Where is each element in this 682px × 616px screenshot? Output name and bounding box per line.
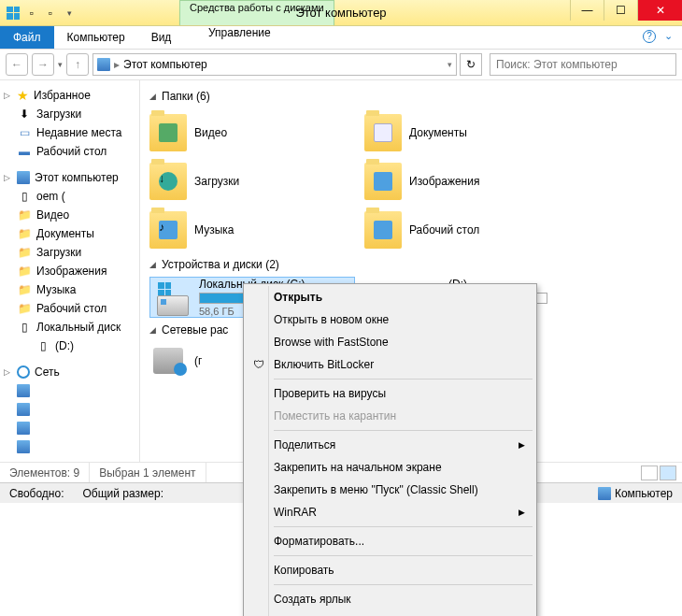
nav-history-dropdown[interactable]: ▾ [58, 60, 63, 69]
folder-documents[interactable]: Документы [364, 108, 579, 157]
help-icon[interactable]: ? [643, 30, 656, 43]
desktop-icon: ▬ [17, 144, 32, 159]
ctx-item-label: Закрепить в меню "Пуск" (Classic Shell) [274, 483, 478, 496]
ctx-item[interactable]: Закрепить на начальном экране [246, 456, 534, 479]
folder-icon [364, 211, 402, 249]
sidebar-thispc[interactable]: ▷Этот компьютер [0, 168, 139, 187]
folder-icon [149, 114, 187, 151]
sidebar-network[interactable]: ▷Сеть [0, 363, 139, 381]
drive-icon: ▯ [17, 320, 32, 335]
collapse-icon[interactable]: ◢ [149, 92, 156, 101]
minimize-button[interactable]: — [570, 0, 604, 21]
status-item-count: Элементов: 9 [0, 463, 90, 482]
breadcrumb[interactable]: Этот компьютер [123, 58, 207, 71]
ribbon-expand-icon[interactable]: ⌄ [664, 30, 673, 42]
ctx-item[interactable]: WinRAR▶ [246, 501, 534, 523]
sidebar-item-music[interactable]: 📁Музыка [0, 280, 139, 299]
address-bar[interactable]: ▸ Этот компьютер ▾ [92, 53, 457, 76]
ctx-item[interactable]: Открыть [246, 286, 534, 308]
ctx-item-label: Поместить на карантин [274, 409, 396, 423]
context-menu: ОткрытьОткрыть в новом окнеBrowse with F… [243, 283, 537, 616]
sidebar-net-item[interactable] [0, 419, 139, 437]
view-tiles-icon[interactable] [660, 466, 676, 480]
sidebar-net-item[interactable] [0, 437, 139, 456]
folder-icon: 📁 [17, 245, 32, 260]
sidebar-item-documents[interactable]: 📁Документы [0, 224, 139, 243]
ctx-item[interactable]: Копировать [246, 559, 534, 581]
tab-view[interactable]: Вид [138, 26, 185, 49]
section-drives[interactable]: ◢Устройства и диски (2) [149, 258, 673, 271]
qat-properties-icon[interactable]: ▫ [24, 6, 39, 21]
titlebar: ▫ ▫ ▾ Средства работы с дисками Этот ком… [0, 0, 682, 26]
folder-icon: 📁 [17, 301, 32, 316]
tab-computer[interactable]: Компьютер [54, 26, 138, 49]
ctx-item[interactable]: Открыть в новом окне [246, 308, 534, 331]
folder-icon [364, 163, 402, 200]
drive-icon: ▯ [17, 189, 32, 204]
ctx-item[interactable]: 🛡Включить BitLocker [246, 353, 534, 376]
sidebar-item-recent[interactable]: ▭Недавние места [0, 123, 139, 142]
ctx-item[interactable]: Проверить на вирусы [246, 382, 534, 405]
ctx-item[interactable]: Browse with FastStone [246, 331, 534, 353]
tab-manage[interactable]: Управление [195, 26, 284, 39]
sidebar-item-desktop[interactable]: ▬Рабочий стол [0, 142, 139, 161]
maximize-button[interactable]: ☐ [604, 0, 637, 21]
sidebar-item-downloads2[interactable]: 📁Загрузки [0, 243, 139, 262]
nav-forward-button[interactable]: → [32, 53, 54, 76]
ctx-item: Поместить на карантин [246, 405, 534, 427]
qat-dropdown-icon[interactable]: ▾ [62, 6, 77, 21]
folder-icon: ♪ [149, 211, 187, 249]
folder-icon: 📁 [17, 264, 32, 279]
nav-back-button[interactable]: ← [6, 53, 28, 76]
folder-icon: 📁 [17, 282, 32, 297]
sidebar-net-item[interactable] [0, 400, 139, 419]
close-button[interactable]: ✕ [637, 0, 682, 21]
computer-icon [17, 384, 30, 397]
sidebar-item-localdisk[interactable]: ▯Локальный диск [0, 318, 139, 337]
sidebar-item-desktop2[interactable]: 📁Рабочий стол [0, 299, 139, 318]
ctx-item[interactable]: Переименовать [246, 610, 534, 616]
ctx-item[interactable]: Форматировать... [246, 530, 534, 552]
ctx-separator [274, 379, 533, 380]
computer-icon [17, 422, 30, 435]
folder-downloads[interactable]: ↓Загрузки [149, 157, 364, 206]
ctx-item-label: Проверить на вирусы [274, 387, 386, 400]
computer-icon [17, 171, 30, 184]
qat-newfolder-icon[interactable]: ▫ [43, 6, 58, 21]
folder-music[interactable]: ♪Музыка [149, 206, 364, 254]
collapse-icon[interactable]: ◢ [149, 260, 156, 269]
download-icon: ⬇ [17, 107, 32, 122]
ribbon-tabs: Файл Компьютер Вид Управление ⌄ ? [0, 26, 682, 50]
ctx-item[interactable]: Создать ярлык [246, 588, 534, 610]
ctx-item[interactable]: Поделиться▶ [246, 434, 534, 456]
tab-file[interactable]: Файл [0, 26, 54, 49]
refresh-button[interactable]: ↻ [460, 53, 482, 76]
folder-icon: 📁 [17, 208, 32, 222]
folder-desktop[interactable]: Рабочий стол [364, 206, 579, 254]
address-dropdown-icon[interactable]: ▾ [448, 60, 452, 69]
sidebar-item-pictures[interactable]: 📁Изображения [0, 262, 139, 280]
navigation-row: ← → ▾ ↑ ▸ Этот компьютер ▾ ↻ [0, 50, 682, 79]
search-input[interactable] [490, 53, 676, 76]
sidebar-favorites[interactable]: ▷★Избранное [0, 86, 139, 105]
sidebar-item-downloads[interactable]: ⬇Загрузки [0, 105, 139, 123]
contextual-tab-drives[interactable]: Средства работы с дисками [179, 0, 334, 25]
section-folders[interactable]: ◢Папки (6) [149, 90, 673, 103]
folder-videos[interactable]: Видео [149, 108, 364, 157]
sidebar-net-item[interactable] [0, 381, 139, 400]
ctx-item[interactable]: Закрепить в меню "Пуск" (Classic Shell) [246, 479, 534, 501]
drive-icon: ▯ [36, 338, 50, 353]
sidebar-item-oem[interactable]: ▯oem ( [0, 187, 139, 206]
nav-up-button[interactable]: ↑ [66, 53, 89, 76]
view-details-icon[interactable] [641, 466, 658, 480]
folder-pictures[interactable]: Изображения [364, 157, 579, 206]
network-item-label: (г [194, 354, 202, 367]
star-icon: ★ [17, 88, 29, 103]
computer-icon [598, 487, 611, 500]
computer-icon [17, 403, 30, 416]
recent-icon: ▭ [17, 125, 32, 140]
collapse-icon[interactable]: ◢ [149, 325, 156, 335]
sidebar-item-videos[interactable]: 📁Видео [0, 206, 139, 224]
sidebar-item-d[interactable]: ▯(D:) [0, 337, 139, 355]
ctx-item-label: WinRAR [274, 506, 317, 519]
